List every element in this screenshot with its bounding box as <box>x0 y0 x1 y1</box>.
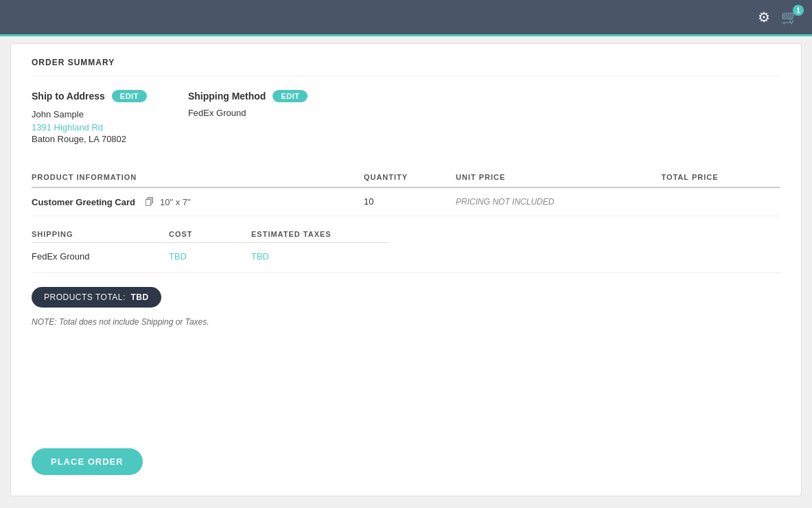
shipping-col-name: SHIPPING FedEx Ground <box>32 230 169 262</box>
customer-city-state-zip: Baton Rouge, LA 70802 <box>32 132 147 147</box>
cart-wrapper[interactable]: 🛒 1 <box>781 9 798 25</box>
shipping-col-value: FedEx Ground <box>32 251 169 262</box>
customer-name: John Sample <box>32 108 147 122</box>
product-unit-price-cell: PRICING NOT INCLUDED <box>456 187 661 216</box>
table-row: Customer Greeting Card 🗍 10" x 7" 10 PRI… <box>32 187 780 216</box>
place-order-button[interactable]: PLACE ORDER <box>32 448 143 475</box>
shipping-col-header: SHIPPING <box>32 230 169 243</box>
ship-to-label: Ship to Address <box>32 91 105 102</box>
shipping-method-header: Shipping Method EDIT <box>188 90 308 102</box>
col-total-price: TOTAL PRICE <box>661 168 780 187</box>
ship-to-address-section: Ship to Address EDIT John Sample 1391 Hi… <box>32 90 147 147</box>
info-row: Ship to Address EDIT John Sample 1391 Hi… <box>32 90 780 147</box>
product-info-cell: Customer Greeting Card 🗍 10" x 7" <box>32 187 364 216</box>
accent-line <box>0 34 812 36</box>
copy-icon: 🗍 <box>145 196 154 207</box>
col-quantity: QUANTITY <box>364 168 456 187</box>
customer-street: 1391 Highland Rd <box>32 122 147 132</box>
shipping-section: SHIPPING FedEx Ground COST TBD ESTIMATED… <box>32 230 780 273</box>
settings-icon[interactable]: ⚙ <box>758 9 770 25</box>
shipping-method-value: FedEx Ground <box>188 108 308 118</box>
product-table: PRODUCT INFORMATION QUANTITY UNIT PRICE … <box>32 168 780 216</box>
products-total-badge: PRODUCTS TOTAL: TBD <box>32 287 161 308</box>
ship-to-edit-button[interactable]: EDIT <box>112 90 147 102</box>
product-size: 10" x 7" <box>160 197 191 207</box>
products-total-value: TBD <box>131 292 149 302</box>
product-quantity-cell: 10 <box>364 187 456 216</box>
order-summary-title: ORDER SUMMARY <box>32 58 780 76</box>
pricing-not-included: PRICING NOT INCLUDED <box>456 197 554 207</box>
cart-badge: 1 <box>793 5 804 16</box>
cost-col: COST TBD <box>169 230 251 262</box>
shipping-method-section: Shipping Method EDIT FedEx Ground <box>188 90 308 147</box>
product-name: Customer Greeting Card <box>32 197 135 207</box>
col-unit-price: UNIT PRICE <box>456 168 661 187</box>
estimated-taxes-col-header: ESTIMATED TAXES <box>251 230 388 243</box>
products-total-label: PRODUCTS TOTAL: <box>44 292 126 302</box>
cost-col-header: COST <box>169 230 251 243</box>
col-product-info: PRODUCT INFORMATION <box>32 168 364 187</box>
product-total-price-cell <box>661 187 780 216</box>
cost-col-value: TBD <box>169 251 251 262</box>
note-text: NOTE: Total does not include Shipping or… <box>32 317 780 327</box>
header: ⚙ 🛒 1 <box>0 0 812 34</box>
shipping-method-edit-button[interactable]: EDIT <box>272 90 308 102</box>
estimated-taxes-col: ESTIMATED TAXES TBD <box>251 230 388 262</box>
estimated-taxes-col-value: TBD <box>251 251 388 262</box>
main-content: ORDER SUMMARY Ship to Address EDIT John … <box>10 43 802 496</box>
ship-to-header: Ship to Address EDIT <box>32 90 147 102</box>
shipping-method-label: Shipping Method <box>188 91 266 102</box>
